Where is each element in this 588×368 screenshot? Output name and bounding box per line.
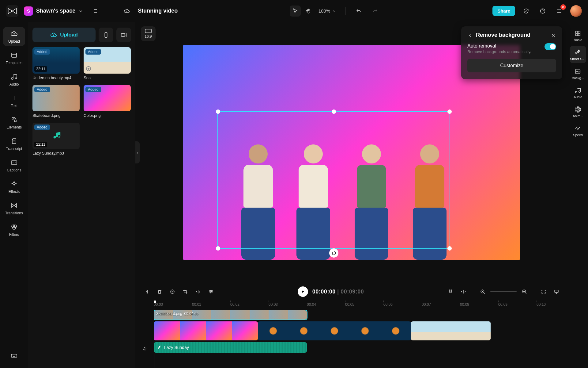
timecode: 00:00:00 | 00:09:00	[312, 289, 364, 295]
rail-templates[interactable]: Templates	[3, 48, 25, 67]
shapes-icon	[10, 116, 18, 123]
media-item[interactable]: Added Color.png	[84, 85, 131, 118]
prop-speed[interactable]: Speed	[570, 122, 586, 139]
zoom-indicator[interactable]: 100%	[317, 8, 338, 13]
auto-removal-toggle[interactable]	[545, 43, 556, 50]
rotate-handle[interactable]	[329, 248, 338, 258]
track-mute-button[interactable]	[139, 343, 150, 354]
snap-button[interactable]	[458, 286, 469, 297]
project-title[interactable]: Stunning video	[138, 8, 178, 14]
cursor-icon	[292, 8, 298, 14]
rail-filters[interactable]: Filters	[3, 220, 25, 239]
aspect-ratio-pill[interactable]: 16:9	[141, 26, 156, 41]
redo-button[interactable]	[370, 6, 381, 17]
resize-handle[interactable]	[332, 109, 336, 114]
fit-button[interactable]	[538, 286, 549, 297]
workspace-switcher[interactable]: S Shawn's space	[24, 6, 83, 16]
chevron-left-icon[interactable]	[467, 33, 473, 38]
track-video[interactable]	[154, 321, 568, 340]
help-icon	[540, 8, 546, 14]
clip-color[interactable]	[154, 321, 258, 340]
media-item[interactable]: Added 22:11 Lazy Sunday.mp3	[32, 123, 80, 155]
freeze-button[interactable]	[206, 286, 216, 297]
reverse-button[interactable]	[167, 286, 178, 297]
upload-button[interactable]: Upload	[32, 28, 96, 42]
property-rail: Basic Smart tools Backg... Audio Anim...…	[568, 22, 588, 368]
rail-audio[interactable]: Audio	[3, 70, 25, 89]
clip-sea[interactable]	[411, 321, 491, 340]
aspect-ratio-label: 16:9	[145, 34, 152, 39]
fullscreen-button[interactable]	[551, 286, 562, 297]
hand-tool[interactable]	[303, 6, 314, 17]
filters-icon	[10, 223, 18, 231]
rail-elements[interactable]: Elements	[3, 113, 25, 132]
rail-transitions[interactable]: Transitions	[3, 199, 25, 218]
prop-audio[interactable]: Audio	[570, 84, 586, 101]
zoom-in-button[interactable]	[519, 286, 530, 297]
media-item[interactable]: Added Skateboard.png	[32, 85, 80, 118]
canvas-area[interactable]: 16:9 ‹	[135, 22, 568, 283]
rail-label: Transcript	[6, 147, 22, 151]
auto-removal-label: Auto removal	[467, 43, 541, 49]
rail-upload[interactable]: Upload	[3, 27, 25, 46]
share-button[interactable]: Share	[492, 6, 515, 16]
resize-handle[interactable]	[216, 246, 220, 251]
timeline-tracks[interactable]: 00:00 00:01 00:02 00:03 00:04 00:05 00:0…	[154, 301, 568, 368]
crop-button[interactable]	[180, 286, 190, 297]
ruler-tick: 00:07	[422, 302, 431, 307]
delete-button[interactable]	[154, 286, 165, 297]
user-avatar[interactable]	[570, 5, 582, 17]
play-button[interactable]	[298, 286, 308, 297]
play-icon	[301, 289, 305, 294]
track-audio[interactable]: Lazy Sunday	[154, 342, 568, 353]
selection-box[interactable]	[217, 111, 450, 249]
svg-rect-3	[14, 120, 16, 122]
media-item[interactable]: Added 22:11 Undersea beauty.mp4	[32, 47, 80, 80]
popover-title: Remove background	[476, 32, 548, 38]
cloud-sync[interactable]	[121, 6, 132, 17]
camera-import-button[interactable]	[116, 28, 131, 42]
panel-collapse-handle[interactable]: ‹	[135, 141, 140, 163]
clip-lazy-sunday[interactable]: Lazy Sunday	[154, 342, 307, 353]
music-icon	[10, 73, 18, 80]
rail-captions[interactable]: Captions	[3, 156, 25, 175]
activity-button[interactable]: 8	[554, 6, 565, 17]
close-icon[interactable]	[551, 33, 556, 38]
sparkle-icon	[10, 180, 18, 188]
customize-button[interactable]: Customize	[467, 59, 556, 72]
rail-keyboard[interactable]	[3, 349, 25, 362]
phone-import-button[interactable]	[99, 28, 113, 42]
rail-effects[interactable]: Effects	[3, 177, 25, 196]
media-item[interactable]: Added Sea	[84, 47, 131, 80]
prop-smart-tools[interactable]: Smart tools	[570, 46, 586, 63]
media-thumb: Added 22:11	[32, 123, 80, 149]
outline-toggle[interactable]	[89, 6, 100, 17]
resize-handle[interactable]	[447, 246, 452, 251]
help-button[interactable]	[537, 6, 548, 17]
clip-label: Lazy Sunday	[164, 345, 189, 350]
chevron-down-icon	[332, 9, 336, 13]
undo-button[interactable]	[353, 6, 364, 17]
prop-animation[interactable]: Anim...	[570, 103, 586, 120]
prop-basic[interactable]: Basic	[570, 27, 586, 44]
capcut-icon	[6, 5, 18, 17]
track-overlay[interactable]: Skateboard.png 00:04:00	[154, 310, 568, 320]
mirror-button[interactable]	[193, 286, 203, 297]
split-button[interactable]	[141, 286, 152, 297]
resize-handle[interactable]	[216, 109, 220, 114]
fit-icon	[541, 289, 546, 294]
rail-text[interactable]: Text	[3, 91, 25, 110]
app-logo[interactable]	[6, 5, 18, 17]
magnet-button[interactable]	[445, 286, 456, 297]
rail-transcript[interactable]: Transcript	[3, 134, 25, 153]
timeline-ruler[interactable]: 00:00 00:01 00:02 00:03 00:04 00:05 00:0…	[154, 301, 568, 309]
select-tool[interactable]	[290, 6, 301, 17]
svg-point-23	[578, 128, 579, 129]
zoom-out-button[interactable]	[477, 286, 488, 297]
privacy-button[interactable]	[521, 6, 532, 17]
clip-undersea[interactable]	[258, 321, 411, 340]
zoom-slider[interactable]	[490, 291, 517, 292]
clip-skateboard[interactable]: Skateboard.png 00:04:00	[154, 310, 307, 320]
resize-handle[interactable]	[447, 109, 452, 114]
prop-background[interactable]: Backg...	[570, 65, 586, 82]
